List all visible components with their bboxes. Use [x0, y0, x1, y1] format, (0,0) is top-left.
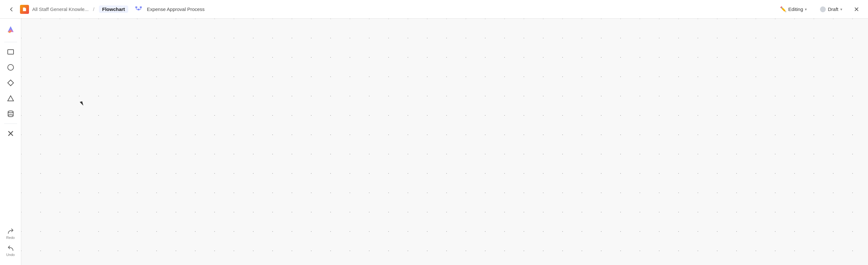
draft-button[interactable]: Draft ▾ — [816, 5, 846, 14]
circle-tool[interactable] — [4, 60, 18, 75]
sidebar-divider-top — [4, 42, 17, 42]
draft-label: Draft — [828, 6, 838, 12]
dot-grid — [21, 19, 868, 265]
redo-button[interactable]: Redo — [2, 226, 19, 241]
flowchart-icon — [135, 5, 143, 13]
close-button[interactable]: ✕ — [851, 4, 862, 14]
rectangle-tool[interactable] — [4, 45, 18, 59]
svg-rect-0 — [135, 6, 137, 8]
svg-point-8 — [8, 64, 13, 70]
breadcrumb: All Staff General Knowle... / Flowchart … — [6, 4, 205, 14]
document-title: Expense Approval Process — [147, 6, 205, 12]
svg-rect-2 — [140, 6, 142, 8]
diamond-tool[interactable] — [4, 76, 18, 90]
canvas-area[interactable] — [21, 19, 868, 265]
pencil-icon: ✏️ — [780, 6, 786, 12]
sidebar-bottom-actions: Redo Undo — [2, 226, 19, 259]
svg-rect-1 — [137, 9, 140, 10]
document-icon — [20, 5, 29, 14]
svg-rect-7 — [8, 50, 13, 54]
sidebar-divider-mid — [4, 123, 17, 124]
redo-label: Redo — [6, 236, 14, 239]
cylinder-tool[interactable] — [4, 107, 18, 121]
left-sidebar: Redo Undo — [0, 19, 21, 265]
undo-button[interactable]: Undo — [2, 243, 19, 259]
breadcrumb-parent[interactable]: All Staff General Knowle... — [32, 6, 89, 12]
chevron-down-icon: ▾ — [805, 7, 807, 11]
editing-button[interactable]: ✏️ Editing ▾ — [776, 4, 811, 14]
topbar-right: ✏️ Editing ▾ Draft ▾ ✕ — [776, 4, 862, 14]
triangle-tool[interactable] — [4, 91, 18, 106]
svg-point-10 — [8, 115, 13, 117]
brand-logo[interactable] — [4, 23, 18, 37]
close-icon: ✕ — [854, 5, 859, 13]
undo-label: Undo — [6, 253, 14, 257]
draft-chevron-icon: ▾ — [840, 7, 842, 11]
editing-label: Editing — [788, 6, 803, 12]
back-button[interactable] — [6, 4, 17, 14]
breadcrumb-current[interactable]: Flowchart — [99, 5, 128, 13]
draft-status-icon — [820, 6, 826, 12]
svg-point-9 — [8, 111, 13, 113]
delete-tool[interactable] — [4, 126, 18, 141]
breadcrumb-separator: / — [93, 6, 94, 12]
topbar: All Staff General Knowle... / Flowchart … — [0, 0, 868, 19]
